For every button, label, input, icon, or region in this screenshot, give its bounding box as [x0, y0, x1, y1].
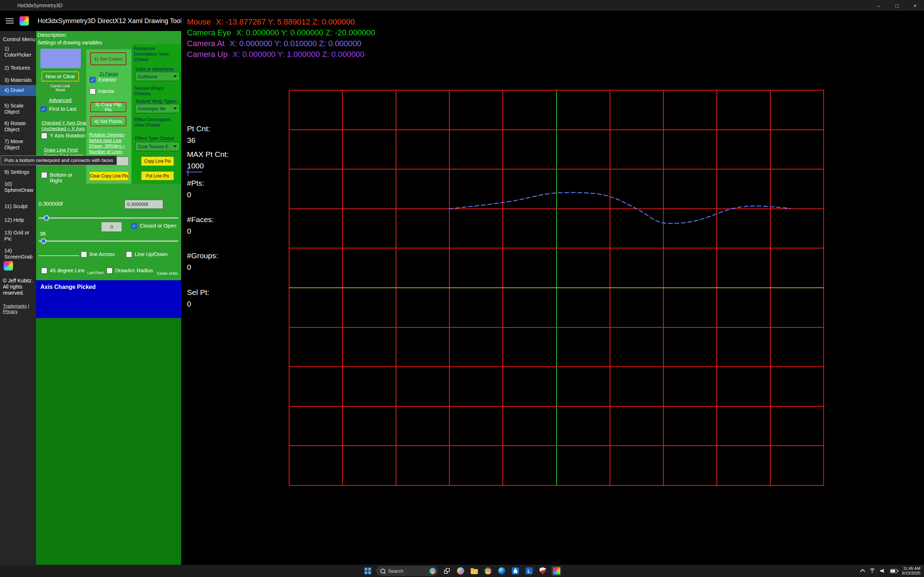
new-or-clear-button[interactable]: New or Clear: [42, 71, 79, 82]
count-slider-thumb[interactable]: [41, 239, 46, 244]
taskbar-icon-task-view[interactable]: [442, 566, 452, 576]
sidebar-item-screengrab[interactable]: 14) ScreenGrab: [0, 247, 36, 261]
legal-links: Trademarks | Privacy: [3, 304, 29, 314]
advanced-link[interactable]: Advanced: [42, 97, 79, 103]
first-to-last-label: First to Last: [49, 106, 76, 112]
effect-type-choice-label: Effect Type Choice: [135, 135, 174, 141]
effect-type-dropdown[interactable]: Dual Texture E: [135, 142, 180, 151]
camera-eye-readout: Camera EyeX: 0.000000 Y: 0.000000 Z: -20…: [187, 27, 375, 38]
mouse-readout: MouseX: -13.877267 Y: 5.889012 Z: 0.0000…: [187, 16, 375, 27]
sidebar-item-sculpt[interactable]: 11) Sculpt: [0, 203, 36, 210]
set-colors-button[interactable]: 1) Set Colors: [90, 52, 126, 65]
privacy-link[interactable]: Privacy: [3, 309, 18, 314]
deg45-line-checkbox[interactable]: [41, 268, 47, 274]
panel-bottom-area: [36, 318, 181, 565]
sidebar-item-help[interactable]: 12) Help: [0, 216, 36, 224]
first-to-last-checkbox[interactable]: [40, 106, 47, 112]
start-button[interactable]: [363, 566, 373, 576]
trademarks-link[interactable]: Trademarks: [3, 304, 27, 309]
sidebar-logo-icon: [3, 261, 13, 271]
battery-icon[interactable]: [890, 569, 897, 573]
taskbar-icon-chrome[interactable]: [483, 566, 493, 576]
wifi-icon[interactable]: [869, 568, 876, 574]
description-label: Description:: [37, 32, 67, 38]
value-input[interactable]: 0.300000f: [124, 200, 163, 209]
control-menu-sidebar: Control Menu 1) ColorPicker 2) Textures …: [0, 31, 36, 565]
sidebar-item-scale-object[interactable]: 5) Scale Object: [0, 102, 36, 116]
bottom-or-right-label: Bottom or Right: [50, 172, 76, 184]
texture-wrap-dropdown[interactable]: Anistropic Wr: [135, 104, 180, 113]
put-line-pts-button[interactable]: Put Line Pts: [141, 171, 174, 180]
y-axis-rotation-checkbox[interactable]: [41, 133, 47, 139]
y-axis-draw-link[interactable]: Checked Y Axis Draw Unchecked = X Axis: [42, 120, 88, 132]
sidebar-item-settings[interactable]: 9) Settings: [0, 168, 36, 176]
count-label: 36: [40, 230, 46, 237]
value-slider-thumb[interactable]: [44, 215, 49, 221]
stat-groups: #Groups:0: [187, 250, 218, 273]
sidebar-item-textures[interactable]: 2) Textures: [0, 64, 36, 72]
taskbar-icon-store[interactable]: [510, 566, 520, 576]
search-label: Search: [388, 568, 426, 574]
cursor-lock-reset-button[interactable]: Cursor Lock Reset: [45, 84, 76, 92]
copy-flip-pts-button[interactable]: 3) Copy Flip Pts: [90, 102, 126, 112]
minimize-button[interactable]: –: [870, 0, 888, 11]
stat-sel-pt: Sel Pt:0: [187, 287, 209, 310]
shield-icon: [540, 567, 546, 574]
rotation-degrees-link[interactable]: Rotation Degrees before next Line Drawn.…: [89, 132, 129, 155]
chevron-up-icon[interactable]: [860, 569, 865, 574]
grid-area[interactable]: [289, 90, 824, 485]
closed-or-open-checkbox[interactable]: [131, 223, 137, 229]
sidebar-item-rotate-object[interactable]: 6) Rotate Object: [0, 120, 36, 134]
last-point-label: Last Point: [87, 271, 103, 275]
separator-line: [39, 255, 79, 256]
linqpad-icon: L: [525, 567, 533, 574]
window-title: Hot3dxSymmetry3D: [17, 3, 63, 8]
value-slider[interactable]: [39, 215, 178, 221]
task-view-icon: [444, 568, 450, 574]
drawing-viewport[interactable]: MouseX: -13.877267 Y: 5.889012 Z: 0.0000…: [181, 11, 924, 565]
faces-link[interactable]: 2) Faces: [86, 71, 131, 76]
sidebar-item-materials[interactable]: 3) Materials: [0, 76, 36, 84]
stat-pts: #Pts:0: [187, 177, 204, 200]
taskbar-icon-copilot[interactable]: [456, 566, 465, 576]
color-swatch[interactable]: [40, 49, 81, 68]
links-separator: |: [28, 304, 29, 309]
line-up-down-label: Line Up/Down: [135, 251, 168, 257]
taskbar-search[interactable]: Search: [376, 566, 438, 575]
taskbar-icon-file-explorer[interactable]: [469, 566, 479, 576]
interior-checkbox[interactable]: [89, 89, 96, 95]
texture-wraps-choices-label: Texture Wraps Choices: [134, 85, 179, 96]
sidebar-item-colorpicker[interactable]: 1) ColorPicker: [0, 45, 36, 59]
taskbar-icon-edge[interactable]: [497, 566, 506, 576]
maximize-button[interactable]: □: [888, 0, 906, 11]
hamburger-menu-icon[interactable]: [6, 18, 14, 23]
line-across-checkbox[interactable]: [81, 251, 87, 258]
stat-faces: #Faces:0: [187, 214, 214, 237]
cull-mode-dropdown[interactable]: CullNone: [135, 72, 180, 81]
exterior-checkbox[interactable]: [89, 77, 96, 83]
axis-change-label: Axis Change Picked: [40, 284, 96, 290]
coordinate-readout: MouseX: -13.877267 Y: 5.889012 Z: 0.0000…: [187, 16, 375, 60]
zero-input[interactable]: 0: [101, 222, 122, 232]
clock[interactable]: 11:45 AM 9/23/2025: [902, 566, 921, 575]
sidebar-item-draw[interactable]: 4) Draw!: [0, 85, 36, 96]
set-points-button[interactable]: 4) Set Points: [90, 116, 126, 126]
value-label: 0.300000f: [39, 200, 63, 206]
taskbar-icon-linqpad[interactable]: L: [524, 566, 534, 576]
count-slider[interactable]: [39, 238, 178, 244]
sidebar-item-spheredraw[interactable]: 10) SphereDraw: [0, 180, 36, 194]
chevron-down-icon: [173, 108, 177, 110]
copy-line-pts-button[interactable]: Copy Line Pts: [141, 156, 174, 166]
sidebar-item-grid-or-pic[interactable]: 13) Grid or Pic: [0, 229, 36, 243]
taskbar-icon-defender[interactable]: [538, 566, 548, 576]
edge-icon: [498, 567, 505, 574]
volume-icon[interactable]: [880, 569, 885, 573]
close-button[interactable]: ×: [906, 0, 924, 11]
line-up-down-checkbox[interactable]: [126, 251, 132, 258]
clear-copy-line-pts-button[interactable]: Clear Copy Line Pts: [89, 171, 129, 181]
chrome-icon: [485, 567, 492, 574]
draw-arc-radius-checkbox[interactable]: [107, 268, 113, 274]
taskbar-icon-hot3dx-app[interactable]: [551, 566, 561, 576]
sidebar-item-move-object[interactable]: 7) Move Object: [0, 138, 36, 152]
bottom-or-right-checkbox[interactable]: [41, 172, 47, 178]
